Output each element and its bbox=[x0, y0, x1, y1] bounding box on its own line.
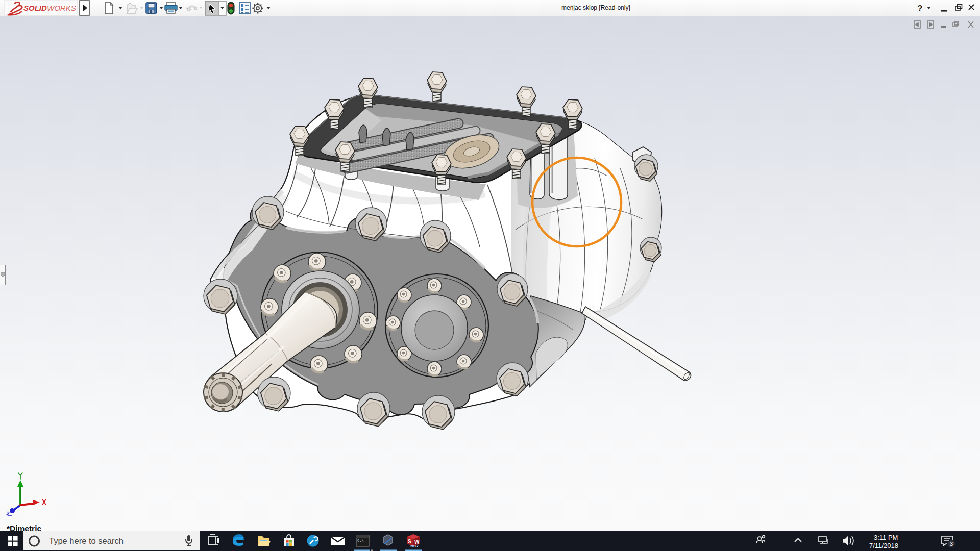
svg-text:C:\_: C:\_ bbox=[357, 539, 366, 543]
svg-text:S: S bbox=[408, 539, 411, 544]
svg-text:SOLID: SOLID bbox=[23, 4, 47, 12]
svg-text:?: ? bbox=[917, 4, 922, 13]
svg-text:3:11 PM: 3:11 PM bbox=[874, 534, 898, 541]
svg-text:WORKS: WORKS bbox=[47, 4, 76, 12]
svg-text:2017: 2017 bbox=[410, 544, 419, 548]
svg-text:*Dimetric: *Dimetric bbox=[7, 524, 41, 531]
svg-text:3: 3 bbox=[950, 541, 953, 547]
svg-text:7/11/2018: 7/11/2018 bbox=[869, 542, 898, 549]
